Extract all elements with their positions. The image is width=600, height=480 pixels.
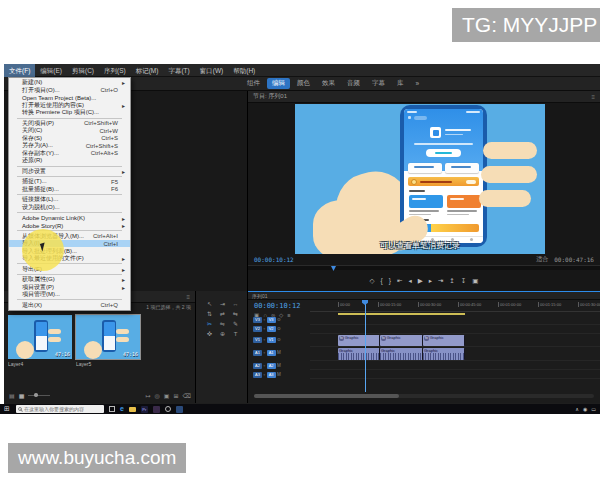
thumbnail-zoom-slider[interactable] [28, 395, 50, 396]
clip-name[interactable]: Layer4 [8, 359, 72, 367]
start-button[interactable]: ⊞ [4, 404, 10, 414]
menu-item-batch-capture[interactable]: 批量捕捉(B)...F6 [9, 186, 130, 194]
timeline-timecode[interactable]: 00:00:10:12 [254, 302, 300, 310]
workspace-tab-editing[interactable]: 编辑 [267, 78, 290, 89]
workspace-tab-audio[interactable]: 音频 [342, 78, 365, 89]
menu-item-project-manager[interactable]: 项目管理(M)... [9, 291, 130, 299]
scrubber-playhead[interactable] [331, 266, 336, 271]
source-patch-a2[interactable]: A2 [253, 363, 262, 369]
menu-item-export[interactable]: 导出(E)▸ [9, 265, 130, 273]
slip-tool[interactable]: ⇆ [229, 309, 242, 319]
menu-item-make-offline[interactable]: 设为脱机(O)... [9, 204, 130, 212]
find-icon[interactable]: ◎ [155, 392, 160, 399]
menu-item-revert[interactable]: 还原(R) [9, 157, 130, 165]
mark-out-button[interactable]: } [389, 276, 391, 286]
go-to-out-button[interactable]: ⇥ [438, 276, 443, 286]
eye-icon[interactable]: ⊙ [277, 337, 281, 343]
explorer-icon[interactable] [129, 407, 136, 412]
menu-item-convert-clip-project[interactable]: 转换 Premiere Clip 项目(C)... [9, 109, 130, 117]
tray-network-icon[interactable]: ◉ [583, 406, 587, 412]
clip-name[interactable]: Layer5 [76, 359, 140, 367]
track-lane-a2[interactable] [310, 361, 600, 370]
timeline-clip-a1-2[interactable]: Graphic [380, 348, 423, 360]
track-target-v3[interactable]: V3 [267, 317, 276, 323]
source-patch-v2[interactable]: V2 [253, 326, 262, 332]
work-area-bar[interactable] [338, 313, 465, 315]
selection-tool[interactable]: ↖ [203, 299, 216, 309]
program-scrubber[interactable] [248, 265, 600, 270]
source-patch-a3[interactable]: A3 [253, 372, 262, 378]
lock-icon[interactable]: ▫ [264, 337, 266, 343]
app-icon[interactable] [153, 406, 160, 413]
menu-item-link-media[interactable]: 链接媒体(L)... [9, 196, 130, 204]
menu-item-sync-settings[interactable]: 同步设置▸ [9, 168, 130, 176]
timeline-ruler[interactable]: 00:00 00:00:15:00 00:00:30:00 00:00:45:0… [310, 300, 600, 312]
mute-icon[interactable]: M [277, 350, 281, 356]
track-target-a2[interactable]: A2 [267, 363, 276, 369]
menu-help[interactable]: 帮助(H) [228, 64, 260, 77]
menu-item-adobe-dynamic-link[interactable]: Adobe Dynamic Link(K)▸ [9, 214, 130, 222]
menu-item-exit[interactable]: 退出(X)Ctrl+Q [9, 301, 130, 309]
mute-icon[interactable]: M [277, 372, 281, 378]
menu-item-adobe-story[interactable]: Adobe Story(R)▸ [9, 222, 130, 230]
track-lane-v2[interactable] [310, 325, 600, 334]
mute-icon[interactable]: M [277, 363, 281, 369]
step-back-button[interactable]: ◂ [408, 276, 411, 286]
rolling-edit-tool[interactable]: ⇅ [203, 309, 216, 319]
clip-thumbnail[interactable]: 47:16 [76, 315, 140, 359]
track-select-forward-tool[interactable]: ⇥ [216, 299, 229, 309]
menu-item-open-project[interactable]: 打开项目(O)...Ctrl+O [9, 87, 130, 95]
razor-tool[interactable]: ✂ [203, 319, 216, 329]
menu-item-new[interactable]: 新建(N)▸ [9, 79, 130, 87]
timeline-clip-v1-3[interactable]: fxGraphic [423, 335, 465, 346]
panel-menu-icon[interactable]: ≡ [591, 94, 595, 100]
menu-item-close[interactable]: 关闭(C)Ctrl+W [9, 127, 130, 135]
new-bin-icon[interactable]: ▣ [164, 392, 170, 399]
menu-item-save[interactable]: 保存(S)Ctrl+S [9, 135, 130, 143]
menu-markers[interactable]: 标记(M) [131, 64, 164, 77]
timeline-clip-a1-3[interactable]: Graphic [423, 348, 465, 360]
track-target-a3[interactable]: A3 [267, 372, 276, 378]
menu-item-open-team-project[interactable]: Open Team Project (Beta)... [9, 94, 130, 102]
step-forward-button[interactable]: ▸ [429, 276, 432, 286]
timeline-horizontal-scrollbar[interactable] [254, 394, 594, 398]
system-tray[interactable]: ∧ ◉ ▭ [575, 406, 596, 412]
play-button[interactable]: ▶ [418, 276, 423, 286]
panel-menu-icon[interactable]: ≡ [186, 294, 190, 300]
source-patch-v1[interactable]: V1 [253, 337, 262, 343]
add-marker-button[interactable]: ◇ [370, 276, 375, 286]
menu-item-capture[interactable]: 捕捉(T)...F5 [9, 178, 130, 186]
track-lane-a3[interactable] [310, 370, 600, 379]
menu-clip[interactable]: 剪辑(C) [67, 64, 99, 77]
timeline-clip-v1-2[interactable]: fxGraphic [380, 335, 423, 346]
settings-gear-icon[interactable] [165, 406, 171, 412]
lock-icon[interactable]: ▫ [264, 326, 266, 332]
project-item-selected[interactable]: 47:16 Layer5 [76, 315, 140, 367]
track-target-v1[interactable]: V1 [267, 337, 276, 343]
list-view-icon[interactable]: ▤ [9, 392, 15, 399]
menu-item-open-recent[interactable]: 打开最近使用的内容(E)▸ [9, 102, 130, 110]
type-tool[interactable]: T [229, 329, 242, 339]
lift-button[interactable]: ↥ [449, 276, 454, 286]
menu-file[interactable]: 文件(F) [4, 64, 35, 77]
lock-icon[interactable]: ▫ [264, 363, 266, 369]
timeline-clip-a1-1[interactable]: Graphic [338, 348, 380, 360]
task-view-icon[interactable] [109, 406, 115, 412]
menu-edit[interactable]: 编辑(E) [35, 64, 67, 77]
extract-button[interactable]: ↧ [461, 276, 466, 286]
premiere-icon[interactable]: Pr [141, 406, 148, 413]
menu-item-save-as[interactable]: 另存为(A)...Ctrl+Shift+S [9, 142, 130, 150]
automate-to-sequence-icon[interactable]: ↦ [146, 392, 151, 399]
timeline-panel-tab[interactable]: 序列01 [248, 292, 600, 300]
edge-icon[interactable]: e [120, 405, 124, 413]
track-target-a1[interactable]: A1 [267, 350, 276, 356]
tray-volume-icon[interactable]: ▭ [591, 406, 596, 412]
tray-chevron-icon[interactable]: ∧ [575, 406, 579, 412]
lock-icon[interactable]: ▫ [264, 317, 266, 323]
source-patch-v3[interactable]: V3 [253, 317, 262, 323]
workspace-tab-assembly[interactable]: 组件 [242, 78, 265, 89]
pen-tool[interactable]: ✎ [229, 319, 242, 329]
menu-item-close-project[interactable]: 关闭项目(P)Ctrl+Shift+W [9, 120, 130, 128]
scrollbar-handle[interactable] [254, 394, 399, 398]
workspace-tab-color[interactable]: 颜色 [292, 78, 315, 89]
